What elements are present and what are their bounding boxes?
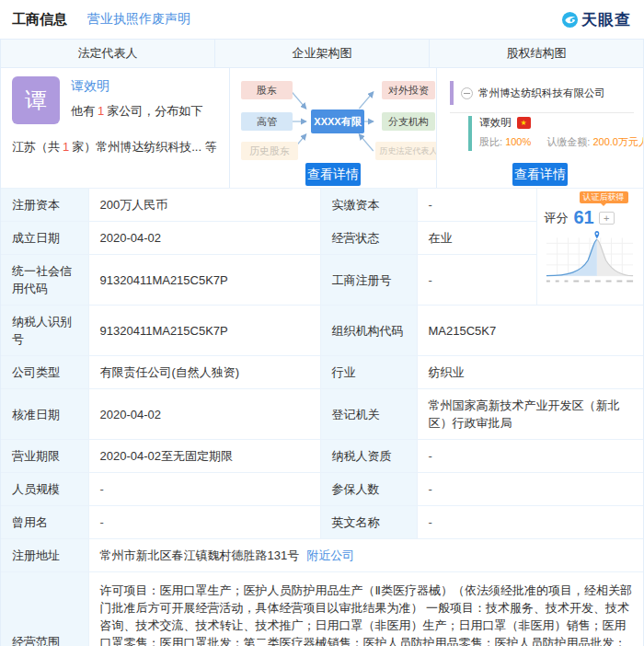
row-label: 纳税人识别号 bbox=[1, 306, 88, 356]
org-node-shareholders[interactable]: 股东 bbox=[241, 81, 293, 99]
equity-child-bar bbox=[468, 116, 472, 151]
row-label: 核准日期 bbox=[1, 389, 88, 440]
row-value: MA215C5K7 bbox=[417, 306, 643, 356]
row-value: 纺织业 bbox=[417, 356, 643, 389]
score-badge: 认证后获得 bbox=[580, 191, 628, 203]
row-value: - bbox=[417, 506, 643, 539]
equity-view-detail-button[interactable]: 查看详情 bbox=[512, 163, 568, 186]
table-row: 人员规模 - 参保人数 - bbox=[1, 473, 643, 506]
row-label: 统一社会信用代码 bbox=[1, 255, 88, 306]
legal-rep-card: 谭 谭效明 他有1家公司，分布如下 江苏（共1家）常州博达纺织科技... 等 bbox=[1, 68, 230, 188]
equity-card: 常州博达纺织科技有限公司 谭效明 ★ 股比: 100% 认缴金额: 200 bbox=[437, 68, 643, 188]
summary-cards: 谭 谭效明 他有1家公司，分布如下 江苏（共1家）常州博达纺织科技... 等 bbox=[1, 68, 643, 188]
equity-holder-name[interactable]: 谭效明 bbox=[479, 116, 512, 130]
legal-rep-summary: 他有1家公司，分布如下 bbox=[71, 103, 202, 120]
row-label: 参保人数 bbox=[320, 473, 417, 506]
summary-prefix: 他有 bbox=[71, 104, 95, 118]
equity-root-node[interactable]: 常州博达纺织科技有限公司 bbox=[450, 81, 634, 113]
score-marker-pin bbox=[594, 231, 599, 238]
row-label: 工商注册号 bbox=[320, 255, 417, 306]
row-label: 实缴资本 bbox=[320, 189, 417, 222]
registration-info-table: 注册资本 200万人民币 实缴资本 - 认证后获得 评分 61 + bbox=[1, 188, 643, 646]
section-header-row: 法定代表人 企业架构图 股权结构图 bbox=[1, 40, 643, 68]
row-label: 经营状态 bbox=[320, 222, 417, 255]
ratio-value: 100% bbox=[505, 136, 531, 147]
org-node-branches[interactable]: 分支机构 bbox=[382, 112, 435, 131]
row-value: 常州国家高新技术产业开发区（新北区）行政审批局 bbox=[417, 389, 643, 440]
score-label: 评分 bbox=[545, 209, 569, 226]
address-value: 常州市新北区春江镇魏村德胜路131号 bbox=[100, 548, 300, 562]
score-plus-button[interactable]: + bbox=[599, 212, 615, 225]
row-value: - bbox=[88, 473, 320, 506]
business-scope-text: 许可项目：医用口罩生产；医护人员防护用品生产（Ⅱ类医疗器械）（依法须经批准的项目… bbox=[88, 572, 643, 646]
summary-suffix: 家公司，分布如下 bbox=[107, 104, 202, 118]
row-label: 人员规模 bbox=[1, 473, 88, 506]
row-value: - bbox=[417, 440, 643, 473]
table-row-scope: 经营范围 许可项目：医用口罩生产；医护人员防护用品生产（Ⅱ类医疗器械）（依法须经… bbox=[1, 572, 643, 646]
row-label: 成立日期 bbox=[1, 222, 88, 255]
legal-rep-distribution[interactable]: 江苏（共1家）常州博达纺织科技... 等 bbox=[12, 139, 218, 156]
table-row: 纳税人识别号 91320411MA215C5K7P 组织机构代码 MA215C5… bbox=[1, 306, 643, 356]
row-label: 注册资本 bbox=[1, 189, 88, 222]
org-node-history-legal-rep[interactable]: 历史法定代表人 bbox=[375, 142, 437, 160]
row-label: 经营范围 bbox=[1, 572, 88, 646]
row-value: - bbox=[417, 473, 643, 506]
top-bar: 工商信息 营业执照作废声明 天眼查 bbox=[0, 0, 644, 39]
equity-child-node[interactable]: 谭效明 ★ 股比: 100% 认缴金额: 200.0万元人民币 bbox=[468, 116, 643, 151]
row-value: 在业 bbox=[417, 222, 536, 255]
row-label: 曾用名 bbox=[1, 506, 88, 539]
china-flag-icon: ★ bbox=[517, 117, 531, 129]
row-value: 91320411MA215C5K7P bbox=[88, 306, 320, 356]
dist-prefix: 江苏（共 bbox=[12, 140, 60, 154]
license-void-link[interactable]: 营业执照作废声明 bbox=[87, 11, 190, 28]
section-header-org-chart: 企业架构图 bbox=[215, 40, 430, 67]
legal-rep-name-link[interactable]: 谭效明 bbox=[71, 78, 202, 95]
table-row: 注册资本 200万人民币 实缴资本 - 认证后获得 评分 61 + bbox=[1, 189, 643, 222]
table-row: 曾用名 - 英文名称 - bbox=[1, 506, 643, 539]
org-node-outbound-investment[interactable]: 对外投资 bbox=[382, 81, 435, 99]
dist-etc: 等 bbox=[205, 140, 217, 154]
row-label: 公司类型 bbox=[1, 356, 88, 389]
legal-rep-avatar[interactable]: 谭 bbox=[12, 76, 60, 124]
section-header-equity: 股权结构图 bbox=[430, 40, 643, 67]
row-label: 纳税人资质 bbox=[320, 440, 417, 473]
equity-root-company[interactable]: 常州博达纺织科技有限公司 bbox=[478, 87, 605, 100]
table-row: 公司类型 有限责任公司(自然人独资) 行业 纺织业 bbox=[1, 356, 643, 389]
table-row-address: 注册地址 常州市新北区春江镇魏村德胜路131号附近公司 bbox=[1, 539, 643, 572]
row-value: 91320411MA215C5K7P bbox=[88, 255, 320, 306]
org-node-history-shareholders[interactable]: 历史股东 bbox=[241, 142, 298, 160]
table-row: 核准日期 2020-04-02 登记机关 常州国家高新技术产业开发区（新北区）行… bbox=[1, 389, 643, 440]
row-value: 200万人民币 bbox=[88, 189, 320, 222]
score-value: 61 bbox=[574, 209, 594, 226]
section-header-legal-rep: 法定代表人 bbox=[1, 40, 215, 67]
row-value: 2020-04-02 bbox=[88, 389, 320, 440]
tianyancha-logo[interactable]: 天眼查 bbox=[561, 9, 631, 30]
dist-count: 1 bbox=[60, 140, 72, 154]
row-label: 登记机关 bbox=[320, 389, 417, 440]
equity-root-bar bbox=[450, 81, 454, 105]
collapse-minus-icon[interactable] bbox=[461, 87, 473, 99]
score-distribution-chart bbox=[543, 230, 638, 292]
row-label: 注册地址 bbox=[1, 539, 88, 572]
nearby-companies-link[interactable]: 附近公司 bbox=[306, 548, 354, 562]
tianyancha-logo-icon bbox=[561, 11, 579, 29]
row-label: 行业 bbox=[320, 356, 417, 389]
org-chart-card: 股东 高管 历史股东 XXXX有限公司 对外投资 分支机构 历史法定代表人 查看… bbox=[230, 68, 437, 188]
row-label: 组织机构代码 bbox=[320, 306, 417, 356]
row-value: 有限责任公司(自然人独资) bbox=[88, 356, 320, 389]
brand-name: 天眼查 bbox=[581, 9, 631, 30]
tab-business-info[interactable]: 工商信息 bbox=[12, 11, 67, 29]
dist-company: 家）常州博达纺织科技... bbox=[72, 140, 201, 154]
row-label: 英文名称 bbox=[320, 506, 417, 539]
row-value: - bbox=[417, 255, 536, 306]
table-row: 营业期限 2020-04-02至无固定期限 纳税人资质 - bbox=[1, 440, 643, 473]
row-value: - bbox=[88, 506, 320, 539]
row-value: 2020-04-02至无固定期限 bbox=[88, 440, 320, 473]
row-value: 2020-04-02 bbox=[88, 222, 320, 255]
score-panel: 认证后获得 评分 61 + bbox=[536, 189, 643, 306]
amount-value: 200.0万元人民币 bbox=[592, 136, 643, 147]
org-node-executives[interactable]: 高管 bbox=[241, 112, 293, 131]
company-count: 1 bbox=[95, 104, 107, 118]
org-chart-view-detail-button[interactable]: 查看详情 bbox=[305, 163, 361, 186]
org-node-company[interactable]: XXXX有限公司 bbox=[311, 110, 364, 133]
